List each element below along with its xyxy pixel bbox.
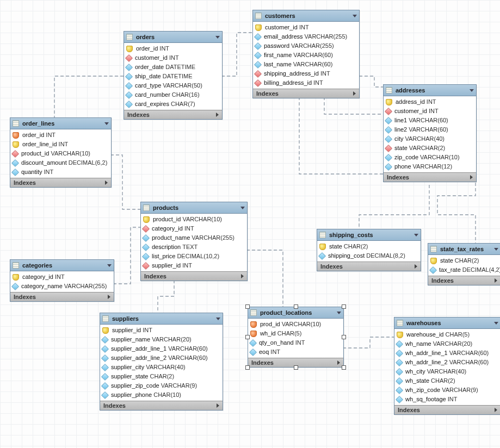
- column-row[interactable]: line2VARCHAR(60): [384, 125, 476, 134]
- chevron-down-icon[interactable]: [414, 234, 418, 237]
- chevron-down-icon[interactable]: [494, 322, 498, 325]
- column-row[interactable]: card_typeVARCHAR(50): [124, 81, 222, 90]
- indexes-section[interactable]: Indexes: [100, 401, 223, 410]
- entity-header[interactable]: customers: [253, 10, 359, 22]
- indexes-section[interactable]: Indexes: [428, 276, 500, 285]
- column-row[interactable]: stateVARCHAR(2): [384, 144, 476, 153]
- column-row[interactable]: discount_amountDECIMAL(6,2): [10, 158, 111, 167]
- column-row[interactable]: wh_idCHAR(5): [248, 329, 343, 338]
- column-row[interactable]: customer_idINT: [124, 53, 222, 63]
- column-row[interactable]: customer_idINT: [253, 23, 359, 32]
- indexes-section[interactable]: Indexes: [394, 405, 500, 414]
- column-row[interactable]: supplier_zip_codeVARCHAR(9): [100, 381, 223, 390]
- column-row[interactable]: email_addressVARCHAR(255): [253, 32, 359, 41]
- column-row[interactable]: category_idINT: [10, 272, 114, 282]
- chevron-down-icon[interactable]: [107, 264, 112, 267]
- column-row[interactable]: category_nameVARCHAR(255): [10, 282, 114, 291]
- indexes-section[interactable]: Indexes: [317, 262, 421, 271]
- chevron-down-icon[interactable]: [215, 36, 220, 39]
- entity-header[interactable]: state_tax_rates: [428, 244, 500, 255]
- column-row[interactable]: wh_addr_line_1VARCHAR(60): [394, 349, 500, 358]
- column-row[interactable]: stateCHAR(2): [428, 256, 500, 265]
- column-row[interactable]: shipping_costDECIMAL(8,2): [317, 251, 421, 260]
- column-row[interactable]: supplier_nameVARCHAR(20): [100, 335, 223, 344]
- column-row[interactable]: supplier_cityVARCHAR(40): [100, 363, 223, 372]
- chevron-down-icon[interactable]: [494, 248, 498, 251]
- column-row[interactable]: tax_rateDECIMAL(4,2): [428, 265, 500, 275]
- indexes-section[interactable]: Indexes: [141, 271, 247, 281]
- column-row[interactable]: product_idVARCHAR(10): [141, 215, 247, 224]
- entity-orders[interactable]: ordersorder_idINTcustomer_idINTorder_dat…: [124, 31, 223, 120]
- column-row[interactable]: stateCHAR(2): [317, 242, 421, 251]
- column-row[interactable]: prod_idVARCHAR(10): [248, 320, 343, 329]
- column-row[interactable]: wh_cityVARCHAR(40): [394, 367, 500, 376]
- indexes-section[interactable]: Indexes: [10, 178, 111, 187]
- column-row[interactable]: product_nameVARCHAR(255): [141, 233, 247, 242]
- column-row[interactable]: eoqINT: [248, 347, 343, 357]
- column-row[interactable]: supplier_idINT: [100, 326, 223, 335]
- column-row[interactable]: wh_sq_footageINT: [394, 395, 500, 404]
- indexes-section[interactable]: Indexes: [384, 172, 476, 182]
- chevron-down-icon[interactable]: [240, 207, 245, 209]
- column-row[interactable]: wh_nameVARCHAR(20): [394, 339, 500, 349]
- entity-header[interactable]: addresses: [384, 85, 476, 96]
- entity-product_locations[interactable]: product_locationsprod_idVARCHAR(10)wh_id…: [248, 307, 344, 368]
- column-row[interactable]: supplier_phoneCHAR(10): [100, 390, 223, 400]
- entity-customers[interactable]: customerscustomer_idINTemail_addressVARC…: [252, 10, 360, 98]
- selection-handle[interactable]: [294, 365, 298, 370]
- column-row[interactable]: supplier_idINT: [141, 261, 247, 270]
- selection-handle[interactable]: [342, 365, 346, 370]
- column-row[interactable]: descriptionTEXT: [141, 242, 247, 252]
- column-row[interactable]: customer_idINT: [384, 107, 476, 116]
- column-row[interactable]: category_idINT: [141, 224, 247, 233]
- column-row[interactable]: list_priceDECIMAL(10,2): [141, 252, 247, 261]
- column-row[interactable]: wh_stateCHAR(2): [394, 376, 500, 385]
- entity-header[interactable]: suppliers: [100, 313, 223, 325]
- column-row[interactable]: qty_on_handINT: [248, 338, 343, 347]
- chevron-down-icon[interactable]: [216, 318, 220, 320]
- entity-header[interactable]: order_lines: [10, 118, 111, 129]
- column-row[interactable]: address_idINT: [384, 97, 476, 107]
- entity-order_lines[interactable]: order_linesorder_idINTorder_line_idINTpr…: [10, 117, 112, 188]
- column-row[interactable]: phoneVARCHAR(12): [384, 162, 476, 171]
- entity-shipping_costs[interactable]: shipping_costsstateCHAR(2)shipping_costD…: [317, 229, 421, 271]
- column-row[interactable]: passwordVARCHAR(255): [253, 41, 359, 51]
- entity-header[interactable]: shipping_costs: [317, 229, 421, 241]
- column-row[interactable]: cityVARCHAR(40): [384, 134, 476, 144]
- column-row[interactable]: card_expiresCHAR(7): [124, 99, 222, 109]
- entity-warehouses[interactable]: warehouseswarehouse_idCHAR(5)wh_nameVARC…: [394, 317, 500, 415]
- column-row[interactable]: wh_addr_line_2VARCHAR(60): [394, 358, 500, 367]
- entity-header[interactable]: orders: [124, 32, 222, 43]
- selection-handle[interactable]: [342, 304, 346, 309]
- selection-handle[interactable]: [245, 335, 250, 339]
- chevron-down-icon[interactable]: [353, 15, 357, 17]
- column-row[interactable]: order_idINT: [124, 44, 222, 53]
- column-row[interactable]: ship_dateDATETIME: [124, 72, 222, 81]
- selection-handle[interactable]: [342, 335, 346, 339]
- column-row[interactable]: shipping_address_idINT: [253, 69, 359, 78]
- chevron-down-icon[interactable]: [104, 122, 109, 125]
- indexes-section[interactable]: Indexes: [124, 110, 222, 119]
- column-row[interactable]: wh_zip_codeVARCHAR(9): [394, 385, 500, 395]
- indexes-section[interactable]: Indexes: [10, 292, 114, 301]
- entity-suppliers[interactable]: supplierssupplier_idINTsupplier_nameVARC…: [100, 313, 223, 410]
- column-row[interactable]: first_nameVARCHAR(60): [253, 51, 359, 60]
- entity-products[interactable]: productsproduct_idVARCHAR(10)category_id…: [140, 202, 248, 281]
- column-row[interactable]: product_idVARCHAR(10): [10, 149, 111, 158]
- selection-handle[interactable]: [294, 304, 298, 309]
- entity-categories[interactable]: categoriescategory_idINTcategory_nameVAR…: [10, 259, 114, 302]
- indexes-section[interactable]: Indexes: [253, 89, 359, 98]
- entity-header[interactable]: products: [141, 202, 247, 214]
- entity-header[interactable]: categories: [10, 260, 114, 271]
- column-row[interactable]: supplier_stateCHAR(2): [100, 372, 223, 381]
- column-row[interactable]: card_numberCHAR(16): [124, 90, 222, 99]
- entity-header[interactable]: warehouses: [394, 318, 500, 329]
- selection-handle[interactable]: [245, 365, 250, 370]
- column-row[interactable]: line1VARCHAR(60): [384, 116, 476, 125]
- entity-state_tax_rates[interactable]: state_tax_ratesstateCHAR(2)tax_rateDECIM…: [428, 243, 500, 285]
- entity-addresses[interactable]: addressesaddress_idINTcustomer_idINTline…: [383, 84, 477, 182]
- chevron-down-icon[interactable]: [470, 89, 474, 92]
- selection-handle[interactable]: [245, 304, 250, 309]
- column-row[interactable]: quantityINT: [10, 167, 111, 177]
- column-row[interactable]: order_dateDATETIME: [124, 63, 222, 72]
